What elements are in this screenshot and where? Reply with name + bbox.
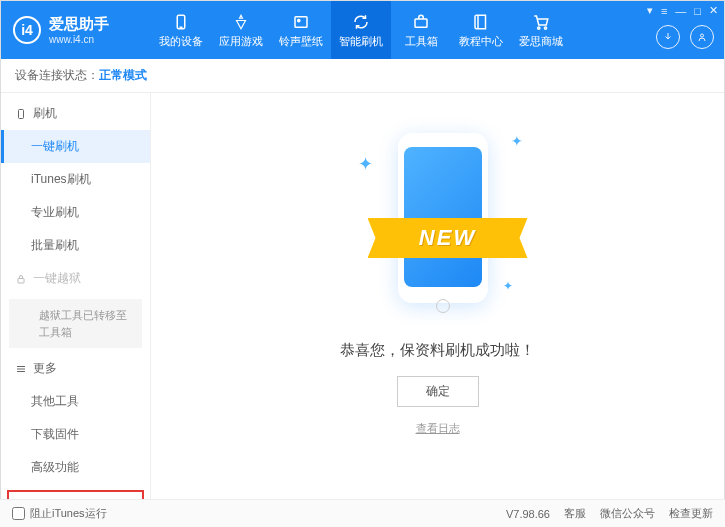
new-ribbon: NEW [368,218,528,258]
footer-link-wechat[interactable]: 微信公众号 [600,506,655,521]
book-icon [471,12,491,32]
pin-icon[interactable]: ▾ [647,4,653,17]
sidebar-group-jailbreak[interactable]: 一键越狱 [1,262,150,295]
toolbox-icon [411,12,431,32]
ok-button[interactable]: 确定 [397,376,479,407]
more-icon [15,363,27,375]
svg-rect-4 [415,19,427,27]
sidebar-item-oneclick-flash[interactable]: 一键刷机 [1,130,150,163]
close-icon[interactable]: ✕ [709,4,718,17]
sidebar: 刷机 一键刷机 iTunes刷机 专业刷机 批量刷机 一键越狱 越狱工具已转移至… [1,93,151,513]
footer-link-update[interactable]: 检查更新 [669,506,713,521]
minimize-icon[interactable]: — [675,5,686,17]
success-illustration: ✦ ✦ ✦ NEW [348,123,528,323]
app-url: www.i4.cn [49,34,109,45]
nav-ringtones[interactable]: 铃声壁纸 [271,1,331,59]
top-nav: 我的设备 应用游戏 铃声壁纸 智能刷机 工具箱 教程中心 爱思商城 [151,1,571,59]
nav-label: 工具箱 [405,34,438,49]
sidebar-item-itunes-flash[interactable]: iTunes刷机 [1,163,150,196]
jailbreak-note: 越狱工具已转移至工具箱 [9,299,142,348]
nav-label: 我的设备 [159,34,203,49]
svg-rect-10 [18,278,24,283]
footer: 阻止iTunes运行 V7.98.66 客服 微信公众号 检查更新 [0,499,725,527]
nav-label: 应用游戏 [219,34,263,49]
status-label: 设备连接状态： [15,68,99,82]
sidebar-group-more[interactable]: 更多 [1,352,150,385]
version-label: V7.98.66 [506,508,550,520]
sidebar-item-advanced[interactable]: 高级功能 [1,451,150,484]
sidebar-group-flash[interactable]: 刷机 [1,97,150,130]
app-title: 爱思助手 [49,15,109,34]
svg-point-3 [298,19,300,21]
checkbox-block-itunes[interactable]: 阻止iTunes运行 [12,506,107,521]
success-message: 恭喜您，保资料刷机成功啦！ [340,341,535,360]
image-icon [291,12,311,32]
lock-icon [15,273,27,285]
nav-label: 教程中心 [459,34,503,49]
flash-icon [15,108,27,120]
phone-icon [171,12,191,32]
device-status-bar: 设备连接状态：正常模式 [1,59,724,93]
svg-rect-2 [295,16,307,27]
app-header: i4 爱思助手 www.i4.cn 我的设备 应用游戏 铃声壁纸 智能刷机 工具… [1,1,724,59]
window-controls: ▾ ≡ — □ ✕ [647,4,718,17]
nav-store[interactable]: 爱思商城 [511,1,571,59]
logo-area: i4 爱思助手 www.i4.cn [1,15,151,45]
nav-label: 爱思商城 [519,34,563,49]
footer-link-support[interactable]: 客服 [564,506,586,521]
maximize-icon[interactable]: □ [694,5,701,17]
sidebar-item-other-tools[interactable]: 其他工具 [1,385,150,418]
nav-label: 铃声壁纸 [279,34,323,49]
apps-icon [231,12,251,32]
download-icon[interactable] [656,25,680,49]
sidebar-item-pro-flash[interactable]: 专业刷机 [1,196,150,229]
content-area: ✦ ✦ ✦ NEW 恭喜您，保资料刷机成功啦！ 确定 查看日志 [151,93,724,513]
svg-rect-9 [19,109,24,118]
nav-label: 智能刷机 [339,34,383,49]
nav-flash[interactable]: 智能刷机 [331,1,391,59]
user-icon[interactable] [690,25,714,49]
menu-icon[interactable]: ≡ [661,5,667,17]
nav-tutorials[interactable]: 教程中心 [451,1,511,59]
sidebar-item-download-fw[interactable]: 下载固件 [1,418,150,451]
sidebar-item-batch-flash[interactable]: 批量刷机 [1,229,150,262]
nav-toolbox[interactable]: 工具箱 [391,1,451,59]
svg-point-6 [538,26,540,28]
nav-my-device[interactable]: 我的设备 [151,1,211,59]
cart-icon [531,12,551,32]
svg-point-7 [544,26,546,28]
refresh-icon [351,12,371,32]
nav-apps[interactable]: 应用游戏 [211,1,271,59]
view-log-link[interactable]: 查看日志 [416,421,460,436]
app-logo-icon: i4 [13,16,41,44]
status-value: 正常模式 [99,68,147,82]
svg-point-8 [701,34,704,37]
